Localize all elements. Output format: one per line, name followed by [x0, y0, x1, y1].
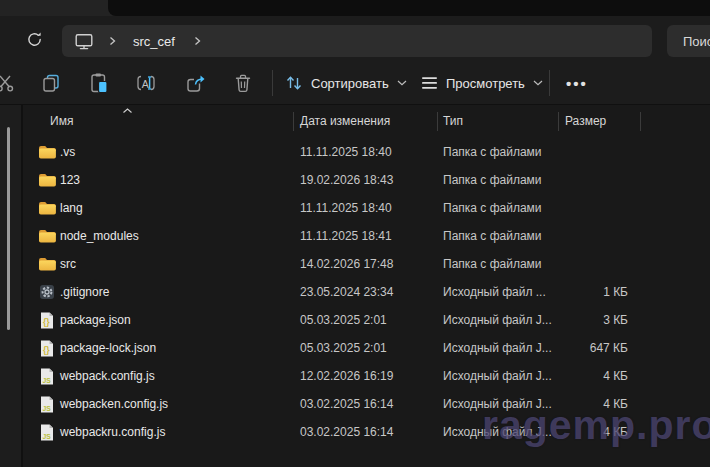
column-header-row: Имя Дата изменения Тип Размер [0, 105, 710, 137]
search-input[interactable]: Поиск [667, 25, 710, 57]
file-date: 19.02.2026 18:43 [300, 166, 435, 194]
column-separator[interactable] [437, 112, 438, 131]
more-options-button[interactable]: ••• [557, 62, 597, 104]
file-name: .gitignore [60, 278, 109, 306]
file-explorer-window: src_cef Поиск [0, 0, 710, 467]
svg-text:JS: JS [43, 404, 52, 411]
breadcrumb-segment[interactable]: src_cef [133, 34, 175, 49]
table-row[interactable]: {} JS .gitignore 23.05.2024 23:34 Исходн… [0, 278, 710, 306]
chevron-down-icon [397, 80, 407, 86]
file-size: 4 КБ [540, 362, 628, 390]
file-date: 03.02.2025 16:14 [300, 418, 435, 446]
file-list-pane: Имя Дата изменения Тип Размер [0, 105, 710, 467]
table-row[interactable]: {} JS package-lock.json 05.03.2025 2:01 … [0, 334, 710, 362]
file-name: package-lock.json [60, 334, 156, 362]
share-icon [185, 73, 207, 93]
explorer-tab[interactable] [108, 0, 710, 16]
file-date: 05.03.2025 2:01 [300, 306, 435, 334]
navigation-bar: src_cef Поиск [0, 16, 710, 62]
table-row[interactable]: {} JS node_modules 11.11.2025 18:41 Папк… [0, 222, 710, 250]
breadcrumb-chevron-icon[interactable] [193, 36, 202, 46]
json-file-icon: {} JS [38, 339, 56, 357]
refresh-button[interactable] [22, 27, 46, 51]
folder-icon: {} JS [38, 199, 56, 217]
column-header-date[interactable]: Дата изменения [300, 105, 390, 137]
view-icon [421, 76, 438, 90]
sort-ascending-caret-icon [122, 108, 133, 114]
file-name: 123 [60, 166, 80, 194]
svg-text:{}: {} [43, 316, 50, 326]
address-bar[interactable]: src_cef [62, 25, 652, 57]
file-date: 14.02.2026 17:48 [300, 250, 435, 278]
svg-text:JS: JS [43, 376, 52, 383]
this-pc-icon [74, 32, 94, 50]
file-list: {} JS .vs 11.11.2025 18:40 Папка с файла… [0, 138, 710, 446]
column-separator[interactable] [558, 112, 559, 131]
table-row[interactable]: {} JS 123 19.02.2026 18:43 Папка с файла… [0, 166, 710, 194]
column-header-type[interactable]: Тип [443, 105, 463, 137]
file-name: lang [60, 194, 83, 222]
svg-text:A: A [142, 78, 149, 90]
file-date: 11.11.2025 18:40 [300, 194, 435, 222]
sort-label: Сортировать [311, 76, 389, 91]
table-row[interactable]: {} JS lang 11.11.2025 18:40 Папка с файл… [0, 194, 710, 222]
file-date: 05.03.2025 2:01 [300, 334, 435, 362]
file-name: webpackru.config.js [60, 418, 165, 446]
table-row[interactable]: {} JS package.json 05.03.2025 2:01 Исход… [0, 306, 710, 334]
delete-button[interactable] [231, 71, 255, 95]
file-date: 11.11.2025 18:41 [300, 222, 435, 250]
rename-icon: A [135, 73, 157, 93]
file-type: Папка с файлами [443, 250, 555, 278]
column-header-name[interactable]: Имя [50, 105, 73, 137]
refresh-icon [26, 31, 43, 48]
column-header-size[interactable]: Размер [565, 105, 606, 137]
cut-button[interactable] [0, 71, 17, 95]
table-row[interactable]: {} JS src 14.02.2026 17:48 Папка с файла… [0, 250, 710, 278]
search-label: Поиск [683, 34, 710, 49]
file-name: .vs [60, 138, 75, 166]
file-date: 23.05.2024 23:34 [300, 278, 435, 306]
file-type: Исходный файл J... [443, 306, 555, 334]
column-separator[interactable] [293, 112, 294, 131]
watermark: ragemp.pro [482, 402, 710, 449]
paste-button[interactable] [87, 71, 111, 95]
folder-icon: {} JS [38, 227, 56, 245]
file-name: src [60, 250, 76, 278]
table-row[interactable]: {} JS webpack.config.js 12.02.2026 16:19… [0, 362, 710, 390]
copy-button[interactable] [39, 71, 63, 95]
svg-text:JS: JS [43, 432, 52, 439]
file-type: Папка с файлами [443, 138, 555, 166]
sort-button[interactable]: Сортировать [285, 62, 407, 104]
delete-icon [234, 73, 252, 93]
table-row[interactable]: {} JS .vs 11.11.2025 18:40 Папка с файла… [0, 138, 710, 166]
view-label: Просмотреть [446, 76, 525, 91]
js-file-icon: {} JS [38, 395, 56, 413]
file-size: 647 КБ [540, 334, 628, 362]
paste-icon [89, 72, 109, 94]
file-date: 12.02.2026 16:19 [300, 362, 435, 390]
column-separator[interactable] [640, 112, 641, 131]
folder-icon: {} JS [38, 171, 56, 189]
json-file-icon: {} JS [38, 311, 56, 329]
share-button[interactable] [184, 71, 208, 95]
file-name: node_modules [60, 222, 139, 250]
file-type: Папка с файлами [443, 222, 555, 250]
rename-button[interactable]: A [134, 71, 158, 95]
command-toolbar: A [0, 62, 710, 105]
js-file-icon: {} JS [38, 423, 56, 441]
file-name: package.json [60, 306, 131, 334]
tab-bar [0, 0, 710, 16]
file-size: 1 КБ [540, 278, 628, 306]
file-type: Папка с файлами [443, 194, 555, 222]
breadcrumb-chevron-icon[interactable] [108, 36, 117, 46]
file-name: webpack.config.js [60, 362, 155, 390]
svg-text:{}: {} [43, 344, 50, 354]
file-type: Папка с файлами [443, 166, 555, 194]
file-type: Исходный файл J... [443, 362, 555, 390]
more-icon: ••• [566, 75, 588, 92]
view-button[interactable]: Просмотреть [421, 62, 543, 104]
js-file-icon: {} JS [38, 367, 56, 385]
file-size: 3 КБ [540, 306, 628, 334]
file-date: 03.02.2025 16:14 [300, 390, 435, 418]
toolbar-separator [549, 70, 550, 96]
